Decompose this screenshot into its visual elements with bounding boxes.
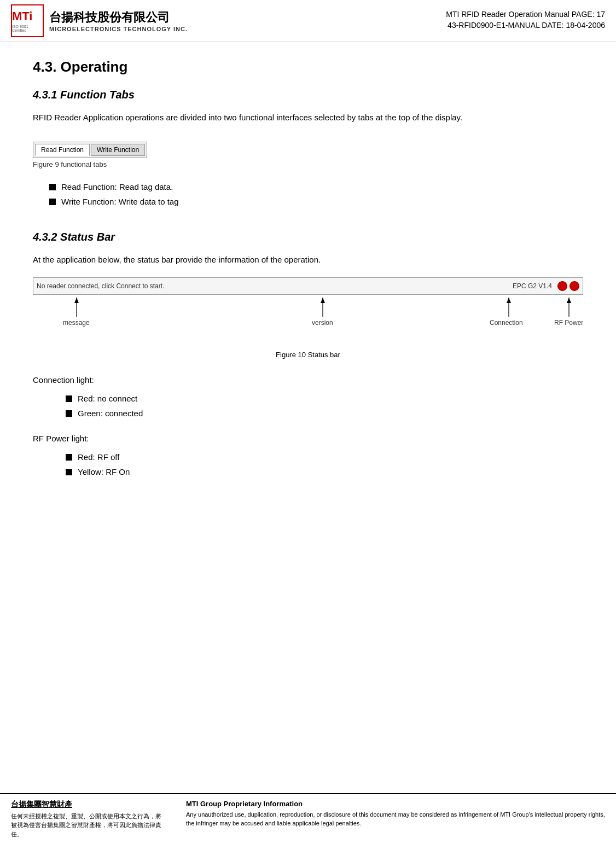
doc-id: 43-RFID0900-E1-MANUAL DATE: 18-04-2006	[446, 21, 605, 30]
svg-marker-7	[507, 298, 511, 303]
write-function-tab[interactable]: Write Function	[91, 144, 145, 156]
main-content: 4.3. Operating 4.3.1 Function Tabs RFID …	[0, 42, 616, 497]
sub2-body: At the application below, the status bar…	[33, 253, 583, 266]
svg-text:message: message	[63, 319, 90, 327]
svg-marker-1	[74, 298, 79, 303]
footer-right-text: Any unauthorized use, duplication, repro…	[186, 810, 605, 828]
subsection-title-1: 4.3.1 Function Tabs	[33, 89, 583, 101]
bullet-text-1: Read Function: Read tag data.	[61, 179, 173, 194]
rfpower-title: RF Power light:	[33, 434, 583, 443]
connection-indicator	[557, 281, 567, 291]
rfpower-yellow-label: Yellow: RF On	[78, 464, 130, 479]
bullet-item-write: Write Function: Write data to tag	[49, 194, 583, 209]
rfpower-bullet-list: Red: RF off Yellow: RF On	[66, 450, 583, 479]
status-version: EPC G2 V1.4	[513, 282, 552, 290]
bullet-icon-5	[66, 454, 72, 461]
connection-green-label: Green: connected	[78, 406, 143, 421]
company-english: MICROELECTRONICS TECHNOLOGY INC.	[49, 26, 188, 32]
function-bullet-list: Read Function: Read tag data. Write Func…	[49, 179, 583, 209]
footer-left: 台揚集團智慧財產 任何未經授權之複製、重製、公開或使用本文之行為，將被視為侵害台…	[11, 800, 164, 839]
svg-text:Connection: Connection	[490, 319, 523, 327]
sub1-body: RFID Reader Application operations are d…	[33, 111, 583, 124]
logo-area: MTi ISO 9001 Certified 台揚科技股份有限公司 MICROE…	[11, 4, 188, 37]
company-chinese: 台揚科技股份有限公司	[49, 9, 188, 26]
rfpower-yellow-item: Yellow: RF On	[66, 464, 583, 479]
figure9-container: Read Function Write Function Figure 9 fu…	[33, 142, 147, 168]
footer-right: MTI Group Proprietary Information Any un…	[186, 800, 605, 839]
logo-box: MTi ISO 9001 Certified	[11, 4, 44, 37]
status-indicators	[557, 281, 579, 291]
section-title: 4.3. Operating	[33, 59, 583, 75]
subsection-title-2: 4.3.2 Status Bar	[33, 231, 583, 243]
footer-left-title: 台揚集團智慧財產	[11, 800, 164, 810]
figure10-container: No reader connected, click Connect to st…	[33, 277, 583, 359]
connection-bullet-list: Red: no connect Green: connected	[66, 391, 583, 421]
rfpower-red-label: Red: RF off	[78, 450, 119, 464]
read-function-tab[interactable]: Read Function	[35, 144, 90, 156]
svg-marker-10	[567, 298, 571, 303]
page-header: MTi ISO 9001 Certified 台揚科技股份有限公司 MICROE…	[0, 0, 616, 42]
annotations-svg: message version Connection RF Power	[33, 295, 583, 344]
bullet-icon-3	[66, 395, 72, 402]
bullet-icon-1	[49, 184, 56, 190]
bullet-text-2: Write Function: Write data to tag	[61, 194, 179, 209]
figure9-caption: Figure 9 functional tabs	[33, 160, 147, 168]
figure10-caption: Figure 10 Status bar	[33, 351, 583, 359]
svg-text:version: version	[312, 319, 333, 327]
bullet-icon-2	[49, 199, 56, 205]
bullet-item-read: Read Function: Read tag data.	[49, 179, 583, 194]
status-bar-mockup: No reader connected, click Connect to st…	[33, 277, 583, 295]
rfpower-indicator	[569, 281, 579, 291]
bullet-icon-4	[66, 410, 72, 417]
connection-red-item: Red: no connect	[66, 391, 583, 406]
rfpower-red-item: Red: RF off	[66, 450, 583, 464]
page-footer: 台揚集團智慧財產 任何未經授權之複製、重製、公開或使用本文之行為，將被視為侵害台…	[0, 793, 616, 845]
status-message: No reader connected, click Connect to st…	[37, 282, 513, 290]
connection-details: Red: no connect Green: connected	[49, 391, 583, 421]
connection-title: Connection light:	[33, 375, 583, 385]
connection-green-item: Green: connected	[66, 406, 583, 421]
logo-icon: MTi	[12, 9, 43, 24]
rfpower-details: Red: RF off Yellow: RF On	[49, 450, 583, 479]
header-info: MTI RFID Reader Operation Manual PAGE: 1…	[446, 10, 605, 32]
svg-text:RF Power: RF Power	[554, 319, 583, 327]
svg-marker-4	[321, 298, 325, 303]
tabs-mockup: Read Function Write Function	[33, 142, 147, 158]
connection-red-label: Red: no connect	[78, 391, 137, 406]
footer-left-text: 任何未經授權之複製、重製、公開或使用本文之行為，將被視為侵害台揚集團之智慧財產權…	[11, 812, 164, 839]
doc-title: MTI RFID Reader Operation Manual PAGE: 1…	[446, 10, 605, 19]
bullet-icon-6	[66, 469, 72, 475]
iso-badge: ISO 9001 Certified	[12, 25, 43, 32]
company-name: 台揚科技股份有限公司 MICROELECTRONICS TECHNOLOGY I…	[49, 9, 188, 32]
footer-right-title: MTI Group Proprietary Information	[186, 800, 605, 808]
